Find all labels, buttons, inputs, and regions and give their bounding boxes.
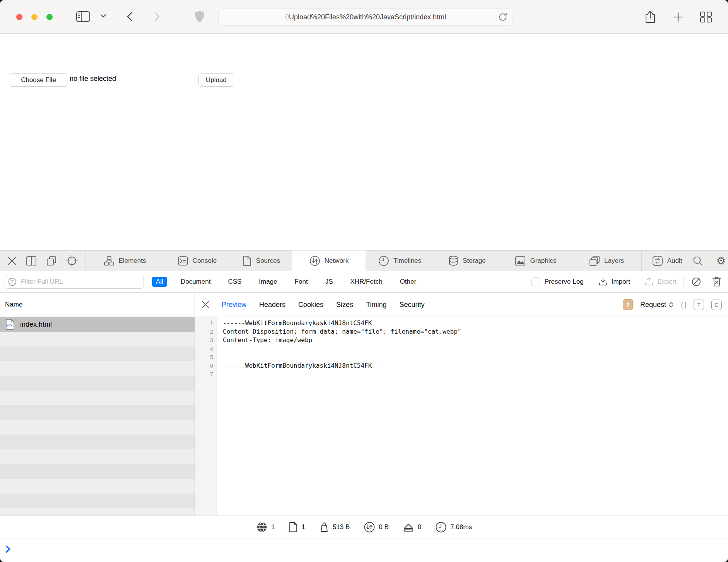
filter-js[interactable]: JS [321,277,337,287]
import-label[interactable]: Import [612,278,630,286]
filter-other[interactable]: Other [396,277,420,287]
sidebar-toggle-icon[interactable] [76,10,91,23]
tab-overview-icon[interactable] [699,11,713,23]
tab-console[interactable]: Console [164,250,230,271]
upload-button[interactable]: Upload [198,73,234,87]
clock-icon [435,521,447,533]
help-badge[interactable]: ? [623,299,633,310]
preview-content[interactable]: 1------WebKitFormBoundarykaski4NJ8ntC54F… [195,317,728,516]
export-label: Export [658,278,677,286]
tab-sources[interactable]: Sources [230,250,292,271]
close-inspector-icon[interactable] [7,256,17,266]
code-line: 7 [195,370,728,378]
close-detail-icon[interactable] [201,300,210,309]
pretty-print-icon[interactable]: { } [681,301,686,309]
search-icon[interactable] [692,255,703,266]
minimize-window-button[interactable] [31,14,38,20]
tab-audit[interactable]: Audit [642,250,692,271]
tab-security[interactable]: Security [399,301,424,309]
share-icon[interactable] [644,10,657,24]
privacy-shield-icon[interactable] [193,10,206,23]
import-icon[interactable] [598,277,608,287]
tab-graphics[interactable]: Graphics [500,250,571,271]
content-mode-button[interactable]: C [711,300,722,310]
sources-icon [242,255,252,267]
tab-preview[interactable]: Preview [222,301,246,309]
forward-button[interactable] [152,11,161,22]
dock-side-icon[interactable] [26,255,37,266]
network-main-area: Name <> index.html Preview Headers Cooki… [0,293,728,516]
reload-icon[interactable] [498,12,508,22]
code-line: 4 [195,344,728,353]
preserve-log-checkbox[interactable] [531,278,540,286]
request-detail-panel: Preview Headers Cookies Sizes Timing Sec… [195,293,728,516]
status-domains: 1 [256,521,275,533]
requests-panel: Name <> index.html [0,293,195,516]
tab-storage[interactable]: Storage [434,250,500,271]
text-mode-button[interactable]: T [694,300,704,310]
disable-caches-icon[interactable] [691,276,702,287]
weight-icon [319,522,329,533]
network-status-bar: 1 1 513 B 0 B 0 7.08ms [0,516,728,538]
url-text: 0Upload%20Files%20with%20JavaScript/inde… [285,13,446,21]
clear-network-items-icon[interactable] [712,276,722,287]
tab-headers[interactable]: Headers [259,301,285,309]
web-page-content: Choose File no file selected Upload [0,34,728,250]
filter-xhr-fetch[interactable]: XHR/Fetch [346,277,386,287]
tab-sizes[interactable]: Sizes [336,301,353,309]
table-row-index-html[interactable]: <> index.html [0,317,195,332]
code-line: 6------WebKitFormBoundarykaski4NJ8ntC54F… [195,361,728,370]
filter-all[interactable]: All [152,277,167,287]
filter-url-input-wrap [5,275,144,289]
updown-chevrons-icon [669,302,673,308]
eject-icon [403,522,414,533]
quick-console[interactable] [0,538,728,562]
code-line: 3Content-Type: image/webp [195,336,728,344]
request-name: index.html [20,320,52,329]
tab-cookies[interactable]: Cookies [298,301,323,309]
graphics-icon [514,255,526,266]
detail-header: Preview Headers Cookies Sizes Timing Sec… [195,293,728,317]
detach-window-icon[interactable] [46,255,57,267]
globe-icon [256,521,268,533]
choose-file-button[interactable]: Choose File [10,73,67,87]
tab-network[interactable]: Network [292,250,366,271]
tab-timelines[interactable]: Timelines [366,250,434,271]
inspector-tabbar-right: ⚙︎ [692,250,728,271]
svg-text:<>: <> [7,323,12,328]
back-button[interactable] [126,11,134,22]
resource-type-filters: All Document CSS Image Font JS XHR/Fetch… [152,277,420,287]
code-line: 5 [195,353,728,361]
gear-icon[interactable]: ⚙︎ [716,256,726,266]
close-window-button[interactable] [16,14,22,20]
elements-icon [103,255,115,266]
tab-timing[interactable]: Timing [366,301,386,309]
web-inspector: Elements Console Sources Network Timelin… [0,250,728,562]
filter-icon [8,277,17,286]
export-icon [644,277,654,287]
filter-image[interactable]: Image [255,277,281,287]
tab-elements[interactable]: Elements [85,250,164,271]
traffic-lights [16,14,53,20]
zoom-window-button[interactable] [46,14,53,20]
filter-font[interactable]: Font [291,277,312,287]
name-column-header[interactable]: Name [0,293,195,317]
filter-css[interactable]: CSS [224,277,245,287]
console-icon [177,255,189,266]
new-tab-icon[interactable] [672,11,684,23]
request-response-selector[interactable]: Request [640,301,673,309]
safari-window: 0Upload%20Files%20with%20JavaScript/inde… [0,0,728,562]
tab-layers[interactable]: Layers [571,250,642,271]
network-icon [309,255,321,267]
divider [591,275,591,288]
network-filter-bar: All Document CSS Image Font JS XHR/Fetch… [0,271,728,293]
filter-url-input[interactable] [20,278,134,286]
element-picker-icon[interactable] [66,255,78,267]
status-size: 513 B [319,522,350,533]
chevron-down-icon[interactable] [100,14,107,18]
filter-document[interactable]: Document [177,277,214,287]
console-prompt-icon [5,545,11,554]
status-load-time: 7.08ms [435,521,472,533]
detail-tabs: Preview Headers Cookies Sizes Timing Sec… [222,301,425,309]
url-address-field[interactable]: 0Upload%20Files%20with%20JavaScript/inde… [218,9,513,26]
